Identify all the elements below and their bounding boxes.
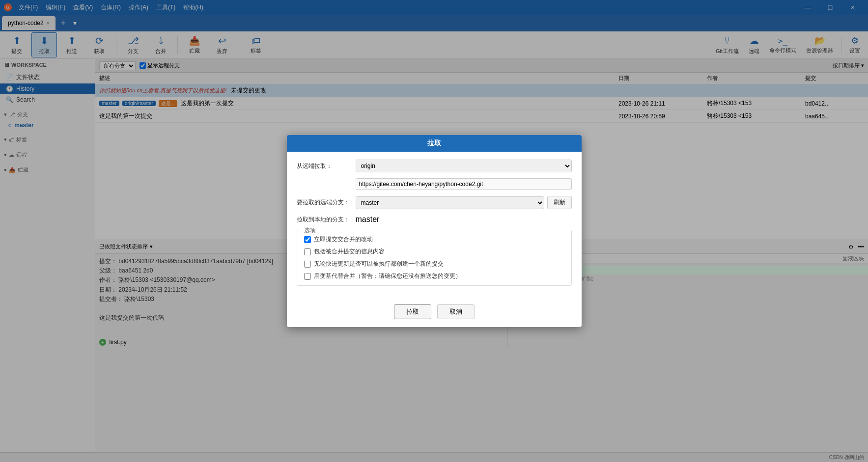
options-label: 选项 [302, 226, 318, 235]
remote-branch-control: master 刷新 [356, 196, 572, 209]
remote-branch-select[interactable]: master [356, 196, 544, 209]
local-branch-label: 拉取到本地的分支： [297, 216, 356, 224]
from-remote-row: 从远端拉取： origin [297, 160, 572, 172]
option-4-row: 用变基代替合并（警告：请确保您还没有推送您的变更） [304, 272, 564, 280]
local-branch-value: master [356, 215, 380, 223]
option-3-label: 无论快进更新是否可以被执行都创建一个新的提交 [314, 260, 444, 268]
from-remote-label: 从远端拉取： [297, 162, 356, 170]
option-2-label: 包括被合并提交的信息内容 [314, 247, 385, 256]
dialog-title: 拉取 [287, 135, 582, 152]
cancel-button[interactable]: 取消 [437, 304, 475, 319]
option-1-row: 立即提交交合并的改动 [304, 235, 564, 244]
option-4-label: 用变基代替合并（警告：请确保您还没有推送您的变更） [314, 272, 461, 280]
dialog-body: 从远端拉取： origin 要拉取的远端分支： ma [287, 152, 582, 299]
local-branch-control: master [356, 215, 572, 224]
option-3-row: 无论快进更新是否可以被执行都创建一个新的提交 [304, 260, 564, 268]
option-1-label: 立即提交交合并的改动 [314, 235, 373, 244]
remote-branch-row: 要拉取的远端分支： master 刷新 [297, 196, 572, 209]
from-remote-control: origin [356, 160, 572, 172]
url-row [297, 178, 572, 190]
local-branch-row: 拉取到本地的分支： master [297, 215, 572, 224]
option-1-checkbox[interactable] [304, 236, 311, 243]
pull-dialog: 拉取 从远端拉取： origin 要拉取的远端分 [287, 135, 582, 327]
options-box: 选项 立即提交交合并的改动 包括被合并提交的信息内容 无论快进更新是否可以被执行… [297, 230, 572, 286]
refresh-button[interactable]: 刷新 [547, 196, 572, 209]
remote-branch-label: 要拉取的远端分支： [297, 198, 356, 207]
dialog-overlay: 拉取 从远端拉取： origin 要拉取的远端分 [0, 0, 868, 462]
remote-select[interactable]: origin [356, 160, 572, 172]
option-2-checkbox[interactable] [304, 248, 311, 255]
option-2-row: 包括被合并提交的信息内容 [304, 247, 564, 256]
url-input[interactable] [356, 178, 572, 190]
pull-confirm-button[interactable]: 拉取 [394, 304, 431, 319]
dialog-footer: 拉取 取消 [287, 299, 582, 327]
option-4-checkbox[interactable] [304, 273, 311, 280]
option-3-checkbox[interactable] [304, 261, 311, 268]
url-control [356, 178, 572, 190]
